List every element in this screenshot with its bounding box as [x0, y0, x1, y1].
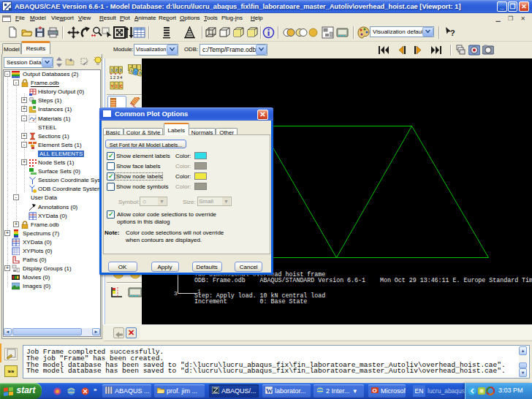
svg-text:Ξ: Ξ — [115, 84, 118, 88]
svg-text:?: ? — [450, 28, 455, 37]
svg-text:Y: Y — [111, 84, 114, 88]
svg-text:W: W — [266, 387, 273, 395]
svg-text:2: 2 — [115, 68, 118, 72]
svg-text:1: 1 — [111, 68, 113, 72]
svg-text:C: C — [120, 84, 123, 88]
svg-text:1 2 3 4: 1 2 3 4 — [110, 75, 123, 80]
svg-text:3: 3 — [174, 290, 178, 297]
svg-text:3: 3 — [120, 68, 122, 72]
svg-text:O: O — [373, 387, 377, 394]
